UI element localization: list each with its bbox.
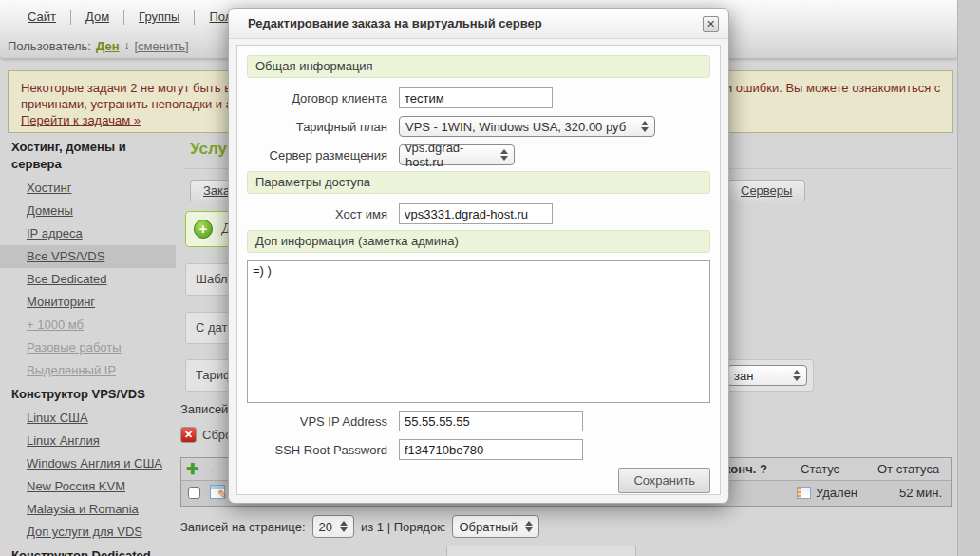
sidebar-link[interactable]: Windows Англия и США — [27, 456, 162, 470]
sidebar-item-domains[interactable]: Домены — [0, 200, 176, 222]
sidebar-item-all-dedicated[interactable]: Все Dedicated — [0, 268, 176, 291]
username-link[interactable]: Ден — [96, 39, 120, 53]
order-select[interactable]: Обратный — [452, 515, 538, 538]
column-status: Статус — [801, 462, 839, 476]
vps-ip-input[interactable] — [399, 411, 583, 431]
field-row-server: Сервер размещения vps.dgrad-host.ru — [247, 143, 710, 167]
sidebar-link[interactable]: Разовые работы — [27, 340, 122, 355]
bottom-partial-box — [446, 546, 636, 556]
sidebar-item-one-time-jobs[interactable]: Разовые работы — [0, 336, 176, 359]
ssh-password-label: SSH Root Password — [247, 443, 399, 457]
close-icon[interactable]: ✕ — [703, 16, 719, 32]
status-filter-select[interactable]: зан — [727, 365, 807, 386]
per-page-label: Записей на странице: — [180, 520, 306, 534]
server-select[interactable]: vps.dgrad-host.ru — [399, 144, 515, 165]
field-row-ip: VPS IP Address — [247, 409, 710, 433]
sidebar-item-ip-addresses[interactable]: IP адреса — [0, 222, 176, 245]
column-finish: конч. ? — [725, 462, 767, 476]
field-row-plan: Тарифный план VPS - 1WIN, Windows USA, 3… — [247, 114, 710, 139]
hostname-input[interactable] — [399, 203, 553, 224]
page-right-gutter — [957, 0, 980, 556]
sidebar-item-linux-usa[interactable]: Linux США — [0, 407, 176, 430]
sidebar-section-hosting: Хостинг, домены и сервера — [0, 135, 176, 177]
save-row: Сохранить — [247, 468, 710, 493]
header-dash: - — [210, 462, 214, 476]
sidebar-item-linux-england[interactable]: Linux Англия — [0, 430, 176, 452]
select-arrows-icon — [641, 121, 649, 132]
field-row-ssh: SSH Root Password — [247, 437, 710, 462]
sidebar-item-monitoring[interactable]: Мониторинг — [0, 291, 176, 314]
edit-icon[interactable] — [210, 485, 225, 499]
section-access-params: Параметры доступа — [247, 171, 710, 194]
sidebar-link[interactable]: Все VPS/VDS — [27, 249, 104, 263]
status-filter-value: зан — [734, 369, 753, 383]
column-finish-label: конч. ? — [725, 462, 767, 476]
arrow-down-icon: ↓ — [124, 39, 130, 52]
dialog-body: Общая информация Договор клиента Тарифны… — [236, 45, 721, 495]
user-bar: Пользователь: Ден ↓ [сменить] — [8, 34, 189, 57]
notice-line-1-right: и ошибки. Вы можете ознакомиться с — [726, 80, 940, 96]
reset-x-icon[interactable]: ✕ — [180, 427, 197, 443]
add-row-icon[interactable]: ✚ — [186, 460, 198, 478]
sidebar-link[interactable]: New Россия KVM — [27, 479, 125, 493]
select-arrows-icon — [340, 521, 348, 532]
save-button[interactable]: Сохранить — [618, 468, 710, 493]
sidebar-link[interactable]: Хостинг — [27, 181, 71, 195]
column-from-status: От статуса — [877, 462, 939, 476]
dialog-title: Редактирование заказа на виртуальный сер… — [229, 9, 728, 39]
sidebar-link[interactable]: Выделенный IP — [27, 363, 116, 377]
plan-label: Тарифный план — [247, 120, 399, 134]
nav-item-home[interactable]: Дом — [71, 0, 123, 34]
order-value: Обратный — [459, 520, 517, 534]
sidebar-link[interactable]: IP адреса — [27, 226, 83, 240]
sidebar-link[interactable]: + 1000 мб — [27, 317, 84, 332]
row-age: 52 мин. — [899, 486, 942, 500]
per-page-value: 20 — [319, 520, 332, 534]
go-to-tasks-link[interactable]: Перейти к задачам » — [21, 113, 141, 127]
plan-select[interactable]: VPS - 1WIN, Windows USA, 320.00 руб — [399, 116, 655, 137]
sidebar-item-windows-england-usa[interactable]: Windows Англия и США — [0, 452, 176, 475]
sidebar-item-hosting[interactable]: Хостинг — [0, 177, 176, 200]
sidebar-item-all-vps-vds[interactable]: Все VPS/VDS — [0, 245, 176, 268]
sidebar-link[interactable]: Мониторинг — [27, 295, 95, 309]
tab-servers-label: Серверы — [741, 183, 792, 198]
row-checkbox[interactable] — [188, 487, 200, 499]
user-label: Пользователь: — [8, 39, 91, 53]
sidebar-link[interactable]: Linux Англия — [27, 433, 100, 448]
sidebar-section-dedicated-constructor: Конструктор Dedicated — [0, 544, 176, 556]
nav-item-site[interactable]: Сайт — [13, 0, 70, 34]
pager-middle-label: из 1 | Порядок: — [361, 520, 445, 534]
field-row-contract: Договор клиента — [247, 86, 710, 110]
reset-filters-button[interactable]: ✕ Сбро — [180, 427, 232, 443]
sidebar-item-malaysia-romania[interactable]: Malaysia и Romania — [0, 498, 176, 521]
add-plus-icon[interactable]: + — [194, 220, 213, 239]
sidebar: Хостинг, домены и сервера Хостинг Домены… — [0, 135, 176, 556]
sidebar-item-vds-extra-services[interactable]: Доп услуги для VDS — [0, 521, 176, 544]
sidebar-section-vps-constructor: Конструктор VPS/VDS — [0, 382, 176, 407]
hostname-label: Хост имя — [247, 207, 399, 221]
select-arrows-icon — [525, 521, 533, 532]
sidebar-link[interactable]: Домены — [27, 203, 73, 218]
nav-item-groups[interactable]: Группы — [124, 0, 194, 34]
sidebar-link[interactable]: Доп услуги для VDS — [27, 525, 142, 539]
server-select-value: vps.dgrad-host.ru — [405, 141, 493, 169]
contract-input[interactable] — [399, 87, 553, 108]
sidebar-item-new-russia-kvm[interactable]: New Россия KVM — [0, 475, 176, 498]
field-row-hostname: Хост имя — [247, 201, 710, 226]
server-label: Сервер размещения — [247, 148, 399, 163]
sidebar-item-1000mb[interactable]: + 1000 мб — [0, 314, 176, 336]
plan-select-value: VPS - 1WIN, Windows USA, 320.00 руб — [405, 120, 626, 134]
row-status: Удален — [816, 486, 858, 500]
change-user-link[interactable]: [сменить] — [135, 39, 189, 53]
select-arrows-icon — [500, 149, 508, 161]
sidebar-link[interactable]: Linux США — [27, 411, 88, 425]
records-found-label: Записей — [180, 402, 228, 416]
admin-note-textarea[interactable]: =) ) — [247, 260, 710, 403]
per-page-select[interactable]: 20 — [312, 515, 354, 538]
tab-servers[interactable]: Серверы — [727, 180, 805, 201]
ssh-password-input[interactable] — [399, 439, 583, 460]
contract-label: Договор клиента — [247, 91, 399, 105]
sidebar-link[interactable]: Все Dedicated — [27, 272, 107, 286]
sidebar-item-dedicated-ip[interactable]: Выделенный IP — [0, 359, 176, 382]
sidebar-link[interactable]: Malaysia и Romania — [27, 502, 139, 516]
